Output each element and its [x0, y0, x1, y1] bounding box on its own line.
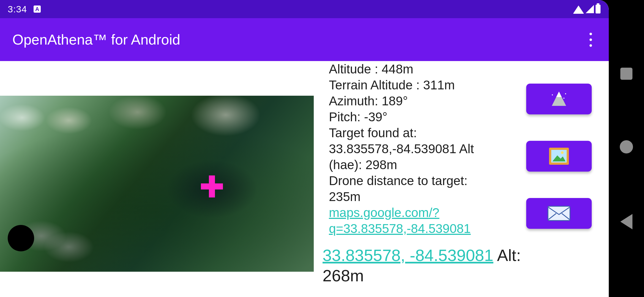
- status-clock: 3:34: [8, 4, 27, 15]
- pitch-text: Pitch: -39°: [329, 109, 489, 125]
- maps-link[interactable]: maps.google.com/?q=33.835578,-84.539081: [329, 205, 471, 236]
- send-button[interactable]: [526, 198, 592, 229]
- keyboard-indicator-icon: A: [34, 6, 41, 13]
- distance-text: Drone distance to target: 235m: [329, 173, 489, 205]
- wifi-icon: [573, 6, 584, 14]
- system-nav-bar: [609, 0, 644, 297]
- nav-overview-button[interactable]: [620, 68, 632, 80]
- svg-point-9: [561, 151, 564, 154]
- result-coords-link[interactable]: 33.835578, -84.539081: [323, 246, 493, 265]
- altitude-text: Altitude : 448m: [329, 61, 489, 77]
- target-crosshair-icon: [201, 175, 223, 197]
- nav-home-button[interactable]: [620, 140, 633, 153]
- drone-image[interactable]: [0, 96, 314, 272]
- target-found-label: Target found at:: [329, 125, 489, 141]
- svg-point-4: [565, 93, 566, 94]
- load-dem-button[interactable]: [526, 84, 592, 114]
- picture-frame-icon: [549, 147, 569, 165]
- battery-icon: [596, 5, 601, 13]
- azimuth-text: Azimuth: 189°: [329, 93, 489, 109]
- terrain-altitude-text: Terrain Altitude : 311m: [329, 77, 489, 93]
- camera-cutout: [8, 225, 34, 251]
- result-row: 33.835578, -84.539081 Alt: 268m: [323, 245, 565, 286]
- svg-rect-10: [548, 206, 570, 221]
- app-title: OpenAthena™ for Android: [12, 31, 180, 48]
- main-content: Altitude : 448m Terrain Altitude : 311m …: [0, 61, 609, 297]
- cell-signal-icon: [586, 5, 594, 13]
- load-image-button[interactable]: [526, 141, 592, 172]
- target-coords-text: 33.835578,-84.539081 Alt (hae): 298m: [329, 141, 489, 173]
- envelope-icon: [547, 206, 571, 221]
- app-bar: OpenAthena™ for Android: [0, 18, 609, 61]
- status-bar: 3:34 A: [0, 0, 609, 18]
- overflow-menu-button[interactable]: [581, 18, 601, 61]
- svg-point-3: [552, 94, 553, 95]
- svg-marker-2: [556, 92, 562, 97]
- nav-back-button[interactable]: [620, 214, 632, 229]
- telemetry-readout: Altitude : 448m Terrain Altitude : 311m …: [329, 61, 489, 237]
- svg-point-5: [563, 98, 564, 99]
- mountain-icon: [548, 90, 570, 108]
